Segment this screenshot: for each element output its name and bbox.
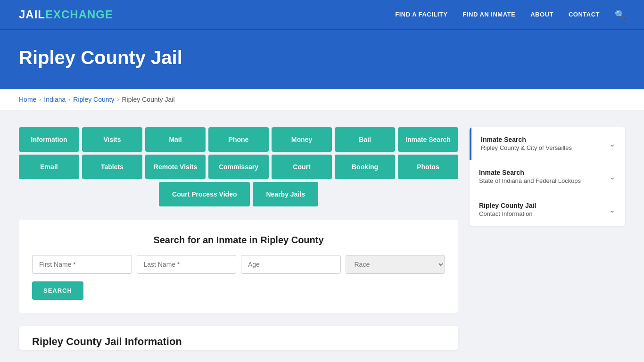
sidebar-item-3-subtitle: Contact Information [479, 210, 536, 217]
search-icon[interactable]: 🔍 [615, 9, 625, 20]
tile-email[interactable]: Email [19, 155, 79, 179]
sidebar-card: Inmate Search Ripley County & City of Ve… [470, 127, 625, 226]
tile-bail[interactable]: Bail [335, 127, 395, 152]
breadcrumb: Home › Indiana › Ripley County › Ripley … [19, 96, 625, 103]
chevron-down-icon-2: ⌄ [609, 172, 616, 182]
sidebar-item-2-title: Inmate Search [479, 169, 581, 176]
nav-find-inmate[interactable]: FIND AN INMATE [462, 11, 515, 18]
sidebar-item-1-subtitle: Ripley County & City of Versailles [481, 144, 572, 151]
tile-row-1: Information Visits Mail Phone Money Bail… [19, 127, 458, 152]
tile-row-2: Email Tablets Remote Visits Commissary C… [19, 155, 458, 179]
tile-tablets[interactable]: Tablets [82, 155, 142, 179]
breadcrumb-home[interactable]: Home [19, 96, 36, 103]
navbar: JAILEXCHANGE FIND A FACILITY FIND AN INM… [0, 0, 644, 30]
search-card: Search for an Inmate in Ripley County Ra… [19, 220, 458, 313]
page-title: Ripley County Jail [19, 47, 625, 68]
tile-inmate-search[interactable]: Inmate Search [398, 127, 458, 152]
tile-remote-visits[interactable]: Remote Visits [145, 155, 206, 179]
tile-phone[interactable]: Phone [208, 127, 269, 152]
main-wrapper: Information Visits Mail Phone Money Bail… [0, 110, 644, 362]
search-button[interactable]: SEARCH [32, 281, 83, 300]
first-name-input[interactable] [32, 255, 132, 274]
sidebar-item-3-title: Ripley County Jail [479, 202, 536, 209]
breadcrumb-sep-2: › [68, 96, 70, 103]
left-column: Information Visits Mail Phone Money Bail… [19, 127, 458, 350]
last-name-input[interactable] [137, 255, 237, 274]
chevron-down-icon-1: ⌄ [609, 139, 616, 149]
tile-information[interactable]: Information [19, 127, 79, 152]
nav-about[interactable]: ABOUT [530, 11, 553, 18]
hero-section: Ripley County Jail [0, 30, 644, 89]
breadcrumb-ripley-county[interactable]: Ripley County [73, 96, 114, 103]
age-input[interactable] [241, 255, 341, 274]
tile-visits[interactable]: Visits [82, 127, 142, 152]
search-fields: Race White Black Hispanic Asian Other [32, 255, 445, 274]
tile-commissary[interactable]: Commissary [208, 155, 269, 179]
tile-row-3: Court Process Video Nearby Jails [19, 182, 458, 206]
nav-contact[interactable]: CONTACT [569, 11, 600, 18]
tile-court-process-video[interactable]: Court Process Video [159, 182, 250, 206]
nav-links: FIND A FACILITY FIND AN INMATE ABOUT CON… [395, 9, 625, 20]
chevron-down-icon-3: ⌄ [609, 205, 616, 215]
breadcrumb-indiana[interactable]: Indiana [44, 96, 66, 103]
logo[interactable]: JAILEXCHANGE [19, 8, 113, 21]
nav-find-facility[interactable]: FIND A FACILITY [395, 11, 447, 18]
breadcrumb-current: Ripley County Jail [122, 96, 174, 103]
search-title: Search for an Inmate in Ripley County [32, 235, 445, 246]
sidebar-item-3[interactable]: Ripley County Jail Contact Information ⌄ [470, 193, 625, 226]
tile-nearby-jails[interactable]: Nearby Jails [253, 182, 318, 206]
right-column: Inmate Search Ripley County & City of Ve… [470, 127, 625, 350]
tile-photos[interactable]: Photos [398, 155, 458, 179]
sidebar-item-2[interactable]: Inmate Search State of Indiana and Feder… [470, 160, 625, 193]
info-card: Ripley County Jail Information [19, 326, 458, 350]
logo-accent: EXCHANGE [45, 8, 113, 21]
sidebar-item-1-content: Inmate Search Ripley County & City of Ve… [481, 136, 572, 151]
breadcrumb-sep-3: › [117, 96, 119, 103]
logo-part1: JAIL [19, 8, 45, 21]
tile-court[interactable]: Court [272, 155, 332, 179]
breadcrumb-sep-1: › [39, 96, 41, 103]
tile-booking[interactable]: Booking [335, 155, 395, 179]
tile-mail[interactable]: Mail [145, 127, 206, 152]
sidebar-item-2-content: Inmate Search State of Indiana and Feder… [479, 169, 581, 184]
section-title: Ripley County Jail Information [19, 326, 458, 350]
tile-money[interactable]: Money [272, 127, 332, 152]
sidebar-item-1[interactable]: Inmate Search Ripley County & City of Ve… [470, 127, 625, 160]
sidebar-item-3-content: Ripley County Jail Contact Information [479, 202, 536, 217]
sidebar-item-2-subtitle: State of Indiana and Federal Lockups [479, 177, 581, 184]
breadcrumb-bar: Home › Indiana › Ripley County › Ripley … [0, 89, 644, 110]
race-select[interactable]: Race White Black Hispanic Asian Other [346, 255, 446, 274]
sidebar-item-1-title: Inmate Search [481, 136, 572, 143]
